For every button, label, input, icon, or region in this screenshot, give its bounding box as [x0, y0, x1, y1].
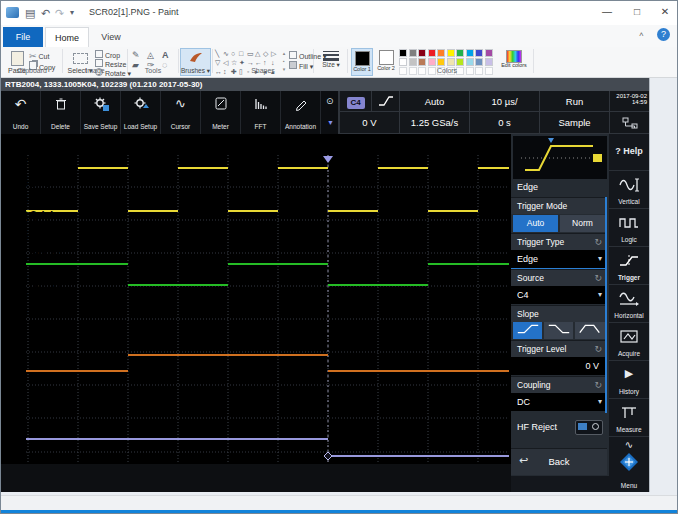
- trigger-source-dropdown[interactable]: C4▾: [511, 286, 607, 304]
- palette-color[interactable]: [456, 49, 464, 57]
- crop-button[interactable]: Crop: [95, 50, 120, 59]
- shape-glyph[interactable]: △: [255, 49, 260, 58]
- text-tool-icon[interactable]: A: [162, 50, 169, 60]
- pencil-icon[interactable]: ✎: [132, 50, 140, 60]
- timebase-cell[interactable]: 10 µs/: [469, 91, 539, 112]
- slope-rising-button[interactable]: [513, 322, 542, 339]
- palette-color[interactable]: [418, 58, 426, 66]
- shape-glyph[interactable]: □: [239, 49, 243, 58]
- shape-glyph[interactable]: ▭: [247, 49, 254, 58]
- undo-icon[interactable]: ↶: [41, 2, 50, 24]
- help-icon[interactable]: ?: [657, 28, 670, 41]
- trigger-mode-auto-button[interactable]: Auto: [513, 215, 558, 232]
- palette-color[interactable]: [399, 49, 407, 57]
- brushes-button[interactable]: Brushes ▾: [180, 48, 211, 76]
- palette-color[interactable]: [466, 58, 474, 66]
- close-button[interactable]: ✕: [651, 1, 678, 23]
- shape-glyph[interactable]: ∿: [223, 49, 229, 58]
- size-button[interactable]: Size ▾: [317, 48, 345, 76]
- shape-glyph[interactable]: ↓: [271, 58, 275, 67]
- fill-bucket-icon[interactable]: ◬: [147, 50, 154, 60]
- trigger-mode-norm-button[interactable]: Norm: [560, 215, 605, 232]
- sidebar-item-horizontal[interactable]: Horizontal: [609, 285, 649, 323]
- scope-fft-button[interactable]: FFT: [241, 91, 281, 134]
- shape-glyph[interactable]: ◁: [223, 58, 228, 67]
- trigger-level-value[interactable]: 0 V: [511, 357, 607, 375]
- scope-delete-button[interactable]: Delete: [41, 91, 81, 134]
- sidebar-item-vertical[interactable]: Vertical: [609, 171, 649, 209]
- panel-scroll-indicator[interactable]: [605, 197, 607, 413]
- palette-color[interactable]: [428, 58, 436, 66]
- palette-color[interactable]: [418, 49, 426, 57]
- scope-meter-button[interactable]: Meter: [201, 91, 241, 134]
- sidebar-item-help[interactable]: ? Help: [609, 134, 649, 171]
- palette-color[interactable]: [475, 58, 483, 66]
- shape-glyph[interactable]: ◇: [263, 49, 268, 58]
- trigger-type-dropdown[interactable]: Edge▾: [511, 250, 607, 268]
- palette-color[interactable]: [428, 49, 436, 57]
- reset-icon[interactable]: ↻: [594, 341, 602, 358]
- palette-color[interactable]: [466, 49, 474, 57]
- redo-icon[interactable]: ↷: [55, 2, 64, 24]
- tab-file[interactable]: File: [3, 27, 43, 47]
- color1-button[interactable]: Color 1: [351, 48, 373, 76]
- save-icon[interactable]: ▤: [25, 2, 35, 24]
- color2-button[interactable]: Color 2: [375, 48, 397, 76]
- trigger-slope-cell[interactable]: [371, 91, 399, 112]
- toolbar-more[interactable]: ⊙ ▼: [321, 91, 339, 134]
- reset-icon[interactable]: ↻: [594, 234, 602, 251]
- slope-both-button[interactable]: [575, 322, 605, 339]
- ribbon-collapse-icon[interactable]: ˄: [639, 30, 644, 39]
- palette-color[interactable]: [399, 58, 407, 66]
- sidebar-item-history[interactable]: ▶ History: [609, 361, 649, 399]
- run-state-cell[interactable]: Run: [539, 91, 609, 112]
- shape-glyph[interactable]: ▷: [271, 49, 276, 58]
- palette-color[interactable]: [475, 49, 483, 57]
- slope-falling-button[interactable]: [544, 322, 573, 339]
- scope-load-setup-button[interactable]: Load Setup: [121, 91, 161, 134]
- palette-color[interactable]: [447, 49, 455, 57]
- palette-color[interactable]: [409, 49, 417, 57]
- reset-icon[interactable]: ↻: [594, 377, 602, 394]
- shape-glyph[interactable]: ↑: [263, 58, 267, 67]
- minimize-button[interactable]: —: [593, 1, 621, 23]
- trigger-level-cell[interactable]: 0 V: [339, 112, 399, 134]
- scope-save-setup-button[interactable]: Save Setup: [81, 91, 121, 134]
- trigger-source-cell[interactable]: C4: [339, 91, 371, 112]
- sidebar-item-logic[interactable]: Logic: [609, 209, 649, 247]
- palette-color[interactable]: [456, 58, 464, 66]
- shape-glyph[interactable]: ○: [231, 49, 235, 58]
- shape-glyph[interactable]: ☆: [231, 58, 237, 67]
- shape-glyph[interactable]: ╲: [215, 49, 219, 58]
- tab-home[interactable]: Home: [45, 27, 89, 47]
- shape-glyph[interactable]: ←: [255, 58, 262, 67]
- trigger-mode-cell[interactable]: Auto: [399, 91, 469, 112]
- cut-button[interactable]: ✂ Cut: [29, 51, 49, 61]
- edit-colors-button[interactable]: Edit colors: [499, 48, 529, 76]
- palette-color[interactable]: [409, 58, 417, 66]
- scope-undo-button[interactable]: ↶ Undo: [1, 91, 41, 134]
- quick-access-dropdown-icon[interactable]: ▾: [70, 2, 74, 24]
- palette-color[interactable]: [485, 49, 493, 57]
- palette-color[interactable]: [437, 58, 445, 66]
- sidebar-item-measure[interactable]: Measure: [609, 399, 649, 437]
- sidebar-item-menu[interactable]: ∿ Menu: [609, 437, 649, 492]
- palette-color[interactable]: [485, 58, 493, 66]
- maximize-button[interactable]: □: [623, 1, 651, 23]
- back-button[interactable]: ↩ Back: [511, 448, 607, 475]
- shape-glyph[interactable]: ▽: [215, 58, 220, 67]
- palette-color[interactable]: [437, 49, 445, 57]
- acquisition-mode-cell[interactable]: Sample: [539, 112, 609, 134]
- sidebar-item-trigger[interactable]: Trigger: [609, 247, 649, 285]
- coupling-dropdown[interactable]: DC▾: [511, 393, 607, 411]
- shape-glyph[interactable]: ✦: [239, 58, 245, 67]
- scope-cursor-button[interactable]: ∿ Cursor: [161, 91, 201, 134]
- scope-annotation-button[interactable]: Annotation: [281, 91, 321, 134]
- reset-icon[interactable]: ↻: [594, 270, 602, 287]
- hf-reject-toggle[interactable]: [575, 420, 603, 435]
- tab-view[interactable]: View: [91, 27, 131, 47]
- sidebar-item-acquire[interactable]: Acquire: [609, 323, 649, 361]
- palette-color[interactable]: [447, 58, 455, 66]
- shape-glyph[interactable]: →: [247, 58, 254, 67]
- horizontal-position-cell[interactable]: 0 s: [469, 112, 539, 134]
